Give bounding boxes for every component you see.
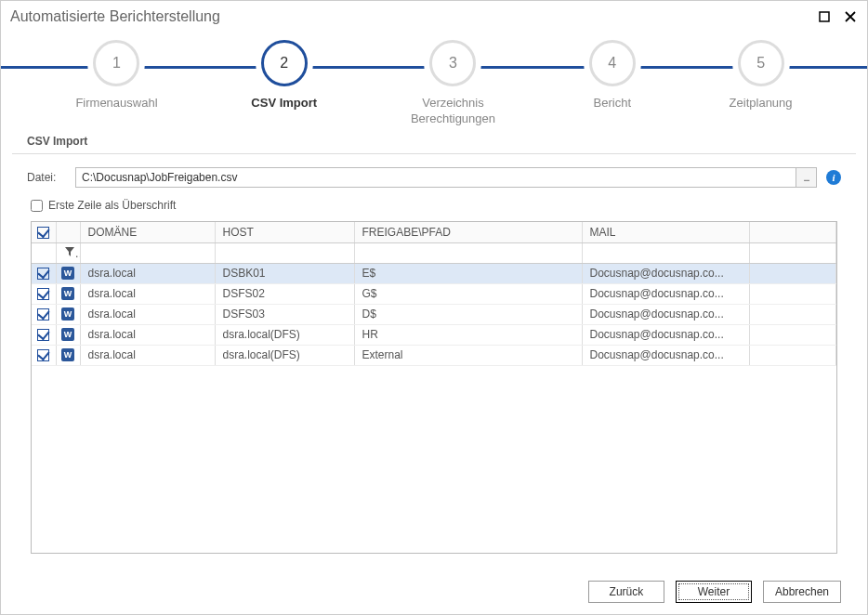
header-icon-cell: [56, 222, 80, 242]
csv-table: DOMÄNE HOST FREIGABE\PFAD MAIL: [31, 221, 837, 554]
filter-domain[interactable]: [80, 242, 215, 263]
browse-button[interactable]: ...: [796, 168, 816, 187]
cell-domain: dsra.local: [80, 283, 215, 304]
wizard-footer: Zurück Weiter Abbrechen: [588, 581, 841, 603]
first-row-header-label: Erste Zeile als Überschrift: [48, 199, 176, 212]
divider: [12, 153, 856, 154]
cell-blank: [749, 283, 836, 304]
next-button[interactable]: Weiter: [676, 581, 752, 603]
close-icon[interactable]: [843, 9, 858, 24]
row-checkbox[interactable]: [37, 288, 49, 300]
row-checkbox-cell[interactable]: [32, 304, 56, 324]
wizard-step-2[interactable]: 2CSV Import: [251, 40, 317, 127]
cell-share: External: [354, 345, 582, 365]
first-row-header-option[interactable]: Erste Zeile als Überschrift: [1, 199, 867, 212]
step-label: Zeitplanung: [730, 96, 793, 111]
cell-domain: dsra.local: [80, 324, 215, 345]
row-doc-icon-cell: W: [56, 345, 80, 365]
step-label: CSV Import: [251, 96, 317, 111]
filter-blank: [749, 242, 836, 263]
step-label: VerzeichnisBerechtigungen: [411, 96, 495, 127]
cell-domain: dsra.local: [80, 263, 215, 283]
cancel-button[interactable]: Abbrechen: [763, 581, 841, 603]
cell-share: G$: [354, 283, 582, 304]
row-checkbox[interactable]: [37, 308, 49, 321]
wizard-step-1[interactable]: 1Firmenauswahl: [75, 40, 157, 127]
row-doc-icon-cell: W: [56, 304, 80, 324]
filter-checkbox-cell: [32, 242, 56, 263]
cell-blank: [749, 324, 836, 345]
word-document-icon: W: [61, 328, 74, 341]
cell-domain: dsra.local: [80, 345, 215, 365]
step-circle: 3: [429, 40, 476, 86]
word-document-icon: W: [61, 267, 74, 280]
cell-mail: Docusnap@docusnap.co...: [582, 283, 749, 304]
cell-host: dsra.local(DFS): [215, 345, 354, 365]
svg-rect-0: [820, 12, 829, 21]
header-mail[interactable]: MAIL: [582, 222, 749, 242]
cell-share: HR: [354, 324, 582, 345]
step-circle: 2: [261, 40, 308, 86]
cell-share: E$: [354, 263, 582, 283]
file-path-input[interactable]: [76, 168, 796, 187]
maximize-icon[interactable]: [817, 9, 832, 24]
cell-mail: Docusnap@docusnap.co...: [582, 304, 749, 324]
cell-blank: [749, 345, 836, 365]
header-share[interactable]: FREIGABE\PFAD: [354, 222, 582, 242]
cell-domain: dsra.local: [80, 304, 215, 324]
row-checkbox-cell[interactable]: [32, 345, 56, 365]
filter-icon[interactable]: [64, 246, 75, 257]
cell-host: DSFS02: [215, 283, 354, 304]
row-checkbox[interactable]: [37, 329, 49, 341]
file-label: Datei:: [27, 171, 66, 184]
word-document-icon: W: [61, 287, 74, 300]
file-input-wrap: ...: [75, 167, 817, 188]
step-circle: 1: [93, 40, 139, 86]
cell-blank: [749, 304, 836, 324]
word-document-icon: W: [61, 308, 74, 321]
filter-icon-cell[interactable]: [56, 242, 80, 263]
cell-mail: Docusnap@docusnap.co...: [582, 263, 749, 283]
filter-host[interactable]: [215, 242, 354, 263]
table-row[interactable]: Wdsra.localDSBK01E$Docusnap@docusnap.co.…: [32, 263, 836, 283]
file-row: Datei: ... i: [1, 167, 867, 188]
filter-share[interactable]: [354, 242, 582, 263]
back-button[interactable]: Zurück: [588, 581, 664, 603]
cell-mail: Docusnap@docusnap.co...: [582, 324, 749, 345]
step-label: Firmenauswahl: [75, 96, 157, 111]
filter-mail[interactable]: [582, 242, 749, 263]
first-row-header-checkbox[interactable]: [31, 200, 43, 212]
cell-share: D$: [354, 304, 582, 324]
header-host[interactable]: HOST: [215, 222, 354, 242]
row-doc-icon-cell: W: [56, 324, 80, 345]
cell-host: dsra.local(DFS): [215, 324, 354, 345]
row-checkbox-cell[interactable]: [32, 263, 56, 283]
cell-host: DSBK01: [215, 263, 354, 283]
header-domain[interactable]: DOMÄNE: [80, 222, 215, 242]
wizard-step-3[interactable]: 3VerzeichnisBerechtigungen: [411, 40, 495, 127]
row-checkbox-cell[interactable]: [32, 283, 56, 304]
table-row[interactable]: Wdsra.localDSFS02G$Docusnap@docusnap.co.…: [32, 283, 836, 304]
wizard-steps: 1Firmenauswahl2CSV Import3VerzeichnisBer…: [1, 40, 867, 124]
row-doc-icon-cell: W: [56, 283, 80, 304]
row-checkbox-cell[interactable]: [32, 324, 56, 345]
row-checkbox[interactable]: [37, 268, 49, 280]
window-title: Automatisierte Berichterstellung: [10, 8, 806, 25]
cell-blank: [749, 263, 836, 283]
info-icon[interactable]: i: [826, 170, 841, 185]
header-checkbox-cell[interactable]: [32, 222, 56, 242]
section-title: CSV Import: [1, 135, 867, 153]
table-row[interactable]: Wdsra.localdsra.local(DFS)ExternalDocusn…: [32, 345, 836, 365]
row-checkbox[interactable]: [37, 349, 49, 361]
step-circle: 4: [589, 40, 636, 86]
cell-host: DSFS03: [215, 304, 354, 324]
word-document-icon: W: [61, 348, 74, 361]
wizard-step-5[interactable]: 5Zeitplanung: [730, 40, 793, 127]
table-row[interactable]: Wdsra.localDSFS03D$Docusnap@docusnap.co.…: [32, 304, 836, 324]
table-row[interactable]: Wdsra.localdsra.local(DFS)HRDocusnap@doc…: [32, 324, 836, 345]
row-doc-icon-cell: W: [56, 263, 80, 283]
cell-mail: Docusnap@docusnap.co...: [582, 345, 749, 365]
select-all-checkbox[interactable]: [37, 227, 49, 239]
wizard-step-4[interactable]: 4Bericht: [589, 40, 636, 127]
header-blank: [749, 222, 836, 242]
